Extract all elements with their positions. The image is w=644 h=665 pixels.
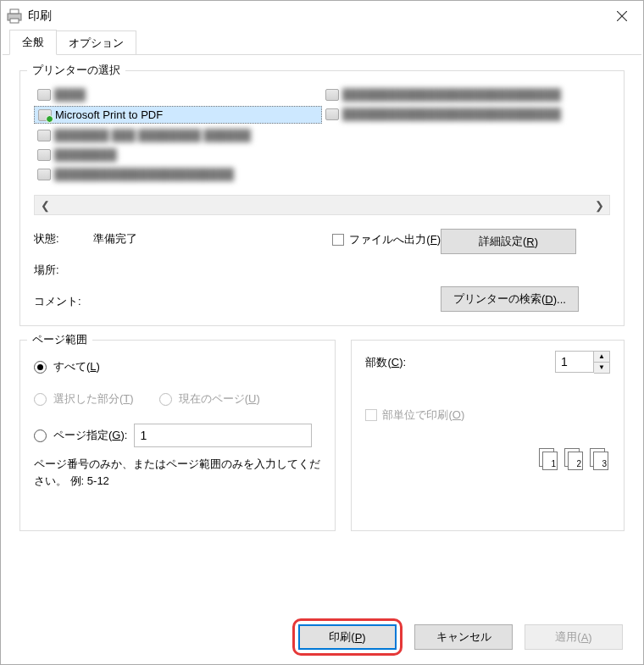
status-value: 準備完了 [93,232,137,245]
radio-pages-label: ページ指定(G): [53,428,127,443]
output-to-file-checkbox[interactable]: ファイルへ出力(F) [332,232,441,247]
status-label: 状態: [34,231,93,247]
radio-icon [34,429,47,442]
printer-item[interactable]: ████████ [34,147,322,163]
printer-item[interactable]: ████████████████████████████ [322,106,610,122]
copies-input[interactable] [555,351,594,373]
cancel-button[interactable]: キャンセル [414,624,513,650]
svg-rect-1 [10,9,19,14]
find-printer-button[interactable]: プリンターの検索(D)... [441,286,579,312]
ready-badge-icon [46,115,53,123]
output-to-file-label: ファイルへ出力(F) [349,232,441,247]
scroll-left-icon[interactable]: ❮ [35,199,55,212]
radio-icon [34,393,47,406]
printer-item[interactable]: ████████████████████████████ [322,86,610,103]
copies-label: 部数(C): [365,355,406,370]
checkbox-icon [332,234,344,246]
pages-hint: ページ番号のみか、またはページ範囲のみを入力してください。 例: 5-12 [34,456,321,489]
radio-icon [34,361,47,374]
pages-input[interactable] [134,424,312,447]
copies-spinner[interactable]: ▲ ▼ [555,351,610,374]
printer-item[interactable]: ███████████████████████ [34,166,322,182]
collate-label: 部単位で印刷(O) [382,407,464,423]
tab-options[interactable]: オプション [56,30,136,55]
tab-general[interactable]: 全般 [9,30,57,55]
print-button-highlight: 印刷(P) [292,618,402,656]
printer-icon [38,109,52,121]
printer-name: Microsoft Print to PDF [55,108,163,121]
radio-current-page: 現在のページ(U) [159,391,260,407]
window-title: 印刷 [28,8,52,24]
printer-selection-group: プリンターの選択 ████ Microsoft Print to PDF ███… [19,70,625,326]
radio-pages[interactable]: ページ指定(G): [34,424,321,447]
radio-current-label: 現在のページ(U) [179,391,260,407]
printer-icon [6,8,23,25]
radio-icon [159,393,172,406]
apply-button: 適用(A) [525,624,623,650]
page-stack-icon: 11 [539,448,559,470]
radio-all[interactable]: すべて(L) [34,359,321,374]
location-label: 場所: [34,263,93,278]
radio-selection: 選択した部分(T) [34,391,134,407]
page-stack-icon: 33 [590,448,610,470]
collate-illustration: 11 22 33 [365,448,610,470]
scroll-right-icon[interactable]: ❯ [589,199,609,212]
page-range-group: ページ範囲 すべて(L) 選択した部分(T) 現在のページ(U) [19,340,336,531]
tabs: 全般 オプション [1,31,643,55]
dialog-footer: 印刷(P) キャンセル 適用(A) [1,610,643,664]
spin-down-icon[interactable]: ▼ [594,363,609,374]
radio-all-label: すべて(L) [53,359,100,374]
close-button[interactable] [601,1,643,31]
close-icon [617,11,627,21]
collate-checkbox: 部単位で印刷(O) [365,407,610,423]
printer-item-selected[interactable]: Microsoft Print to PDF [34,106,322,124]
printer-list-scrollbar[interactable]: ❮ ❯ [34,195,610,215]
page-stack-icon: 22 [564,448,585,470]
titlebar: 印刷 [1,1,643,31]
print-button[interactable]: 印刷(P) [298,624,397,650]
copies-group: _ 部数(C): ▲ ▼ 部単位で印刷(O) [351,340,625,531]
comment-label: コメント: [34,294,93,309]
printer-item[interactable]: ████ [34,86,322,103]
printer-list[interactable]: ████ Microsoft Print to PDF ███████ ███ … [34,81,322,191]
printer-item[interactable]: ███████ ███ ████████ ██████ [34,127,322,143]
checkbox-icon [365,409,377,421]
printer-selection-legend: プリンターの選択 [27,63,125,78]
radio-selection-label: 選択した部分(T) [53,391,134,407]
spin-up-icon[interactable]: ▲ [594,352,609,363]
page-range-legend: ページ範囲 [27,332,92,347]
details-button[interactable]: 詳細設定(R) [441,229,576,254]
svg-rect-2 [10,19,19,23]
